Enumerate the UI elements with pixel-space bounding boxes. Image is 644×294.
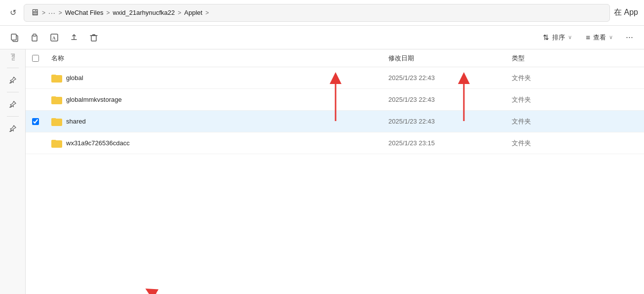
svg-rect-3 bbox=[33, 34, 36, 36]
breadcrumb-separator-3: > bbox=[178, 9, 181, 16]
sidebar-divider-3 bbox=[7, 116, 19, 117]
svg-rect-6 bbox=[91, 36, 96, 41]
row-date-cell-4: 2025/1/23 23:15 bbox=[382, 139, 506, 147]
breadcrumb-wechat-files[interactable]: WeChat Files bbox=[65, 9, 104, 16]
table-row[interactable]: globalmmkvstorage 2025/1/23 22:43 文件夹 bbox=[26, 89, 644, 111]
breadcrumb-applet[interactable]: Applet bbox=[184, 9, 202, 16]
breadcrumb-separator-4: > bbox=[205, 9, 209, 16]
sidebar-divider-2 bbox=[7, 92, 19, 92]
view-button[interactable]: ≡ 查看 ∨ bbox=[580, 30, 619, 45]
view-chevron-icon: ∨ bbox=[609, 34, 613, 41]
rename-icon: A bbox=[50, 33, 59, 42]
row-date-cell-2: 2025/1/23 22:43 bbox=[382, 96, 506, 103]
more-button[interactable]: ··· bbox=[621, 29, 638, 45]
pin-icon-1 bbox=[9, 76, 17, 84]
folder-icon-1 bbox=[51, 74, 62, 83]
breadcrumb-separator-0: > bbox=[42, 9, 45, 16]
file-name-4: wx31a9c726536cdacc bbox=[66, 139, 130, 147]
copy-path-button[interactable] bbox=[6, 29, 24, 46]
view-label: 查看 bbox=[593, 33, 606, 42]
select-all-checkbox[interactable] bbox=[32, 55, 39, 62]
table-row[interactable]: shared 2025/1/23 22:43 文件夹 bbox=[26, 111, 644, 132]
row-name-cell-4: wx31a9c726536cdacc bbox=[45, 139, 382, 148]
breadcrumb-wxid[interactable]: wxid_21arhynucfka22 bbox=[113, 9, 175, 16]
folder-icon-3 bbox=[51, 117, 62, 126]
file-type-label-1: 文件夹 bbox=[512, 74, 531, 83]
row-date-cell-1: 2025/1/23 22:43 bbox=[382, 74, 506, 82]
toolbar: A ⇅ 排序 ∨ ≡ 查看 ∨ ··· bbox=[0, 26, 644, 49]
row-name-cell-3: shared bbox=[45, 117, 382, 126]
breadcrumb-ellipsis: ··· bbox=[48, 9, 56, 17]
file-name-1: global bbox=[66, 74, 83, 82]
pin-icon-2 bbox=[9, 100, 17, 108]
main-area: nal 名称 修改日期 类型 bbox=[0, 49, 644, 294]
svg-rect-1 bbox=[11, 34, 16, 40]
table-row[interactable]: wx31a9c726536cdacc 2025/1/23 23:15 文件夹 bbox=[26, 132, 644, 154]
date-column-header[interactable]: 修改日期 bbox=[382, 54, 506, 63]
address-bar: ↺ 🖥 > ··· > WeChat Files > wxid_21arhynu… bbox=[0, 0, 644, 26]
row-checkbox-3[interactable] bbox=[32, 118, 39, 125]
row-type-cell-1: 文件夹 bbox=[506, 74, 605, 83]
pin-icon-3 bbox=[9, 125, 17, 132]
refresh-button[interactable]: ↺ bbox=[6, 6, 20, 20]
left-sidebar: nal bbox=[0, 49, 26, 294]
sidebar-pin-button-3[interactable] bbox=[4, 120, 22, 137]
sort-icon: ⇅ bbox=[543, 33, 549, 42]
file-type-label-2: 文件夹 bbox=[512, 95, 531, 104]
table-row[interactable]: global 2025/1/23 22:43 文件夹 bbox=[26, 67, 644, 89]
sidebar-pin-button-1[interactable] bbox=[4, 71, 22, 89]
column-headers: 名称 修改日期 类型 bbox=[26, 49, 644, 67]
share-button[interactable] bbox=[65, 29, 83, 46]
select-all-header[interactable] bbox=[26, 55, 45, 62]
row-name-cell-1: global bbox=[45, 74, 382, 83]
copy-icon bbox=[10, 33, 19, 42]
name-column-header[interactable]: 名称 bbox=[45, 54, 382, 63]
row-type-cell-4: 文件夹 bbox=[506, 139, 605, 148]
file-area: 名称 修改日期 类型 global 2025/1/23 22:43 文件夹 bbox=[26, 49, 644, 294]
type-column-header[interactable]: 类型 bbox=[506, 54, 605, 63]
file-list: global 2025/1/23 22:43 文件夹 globalmmkvsto… bbox=[26, 67, 644, 294]
delete-icon bbox=[89, 33, 98, 42]
share-icon bbox=[70, 33, 78, 42]
view-icon: ≡ bbox=[586, 33, 590, 42]
breadcrumb-separator-2: > bbox=[107, 9, 110, 16]
sort-label: 排序 bbox=[552, 33, 565, 42]
svg-text:A: A bbox=[52, 36, 56, 41]
sort-button[interactable]: ⇅ 排序 ∨ bbox=[537, 30, 578, 45]
monitor-icon: 🖥 bbox=[30, 7, 39, 18]
file-type-label-3: 文件夹 bbox=[512, 117, 531, 126]
paste-icon bbox=[30, 33, 39, 42]
file-name-2: globalmmkvstorage bbox=[66, 96, 122, 103]
sidebar-divider-1 bbox=[7, 68, 19, 68]
rename-button[interactable]: A bbox=[45, 29, 63, 46]
folder-icon-2 bbox=[51, 95, 62, 104]
paste-button[interactable] bbox=[26, 29, 43, 46]
file-type-label-4: 文件夹 bbox=[512, 139, 531, 148]
sidebar-label: nal bbox=[10, 53, 16, 61]
sort-chevron-icon: ∨ bbox=[568, 34, 572, 41]
row-checkbox-cell-3[interactable] bbox=[26, 118, 45, 125]
row-type-cell-2: 文件夹 bbox=[506, 95, 605, 104]
file-name-3: shared bbox=[66, 118, 86, 125]
breadcrumb-area[interactable]: 🖥 > ··· > WeChat Files > wxid_21arhynucf… bbox=[24, 4, 610, 22]
top-right-label: 在 App bbox=[614, 7, 638, 18]
row-type-cell-3: 文件夹 bbox=[506, 117, 605, 126]
row-name-cell-2: globalmmkvstorage bbox=[45, 95, 382, 104]
sidebar-pin-button-2[interactable] bbox=[4, 95, 22, 113]
breadcrumb-separator-1: > bbox=[59, 9, 62, 16]
folder-icon-4 bbox=[51, 139, 62, 148]
row-date-cell-3: 2025/1/23 22:43 bbox=[382, 118, 506, 125]
delete-button[interactable] bbox=[85, 29, 103, 46]
svg-rect-2 bbox=[32, 36, 37, 41]
